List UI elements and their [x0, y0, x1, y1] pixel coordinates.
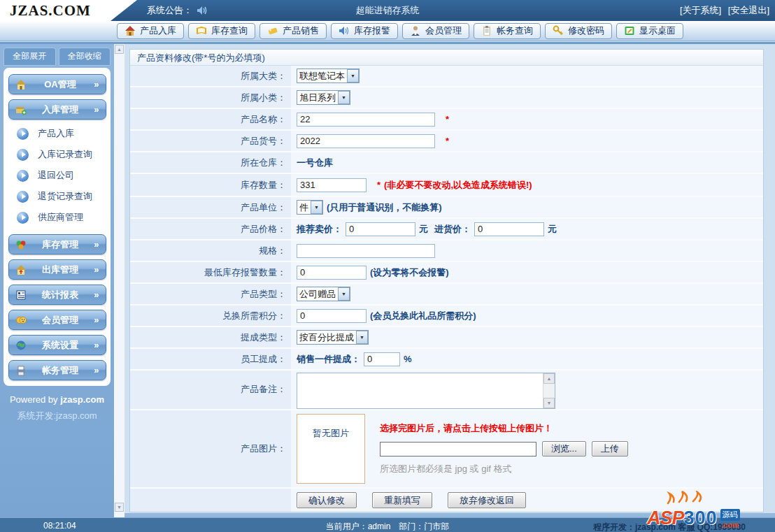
- key-icon: [553, 25, 564, 36]
- chevron-right-icon: »: [94, 340, 99, 350]
- toolbar-button-label: 会员管理: [425, 24, 462, 37]
- sidebar-group-label: 系统设置: [29, 339, 92, 352]
- book-icon: [196, 25, 207, 36]
- sidebar-group-reports[interactable]: 统计报表 »: [8, 285, 106, 305]
- warehouse-value: 一号仓库: [297, 157, 333, 169]
- scroll-down-arrow[interactable]: ▼: [115, 503, 124, 512]
- watermark-asp: ASP: [647, 508, 684, 529]
- stock-warning-note: (非必要不要改动,以免造成系统错误!): [384, 179, 532, 192]
- scroll-up-arrow[interactable]: ▲: [115, 45, 124, 54]
- upload-button[interactable]: 上传: [592, 441, 628, 456]
- commission-label: 员工提成：: [130, 349, 291, 369]
- stock-qty-input[interactable]: [297, 178, 367, 192]
- logout-link[interactable]: [安全退出]: [728, 5, 769, 15]
- product-type-label: 产品类型：: [130, 284, 291, 304]
- scroll-up-arrow[interactable]: ▲: [543, 373, 555, 384]
- toolbar-show-desktop-button[interactable]: 显示桌面: [616, 23, 683, 39]
- cancel-button[interactable]: 放弃修改返回: [448, 492, 526, 508]
- sidebar-group-members[interactable]: 会员管理 »: [8, 310, 106, 330]
- announcement-label: 系统公告：: [147, 4, 192, 17]
- commission-type-label: 提成类型：: [130, 327, 291, 347]
- sidebar-group-stock[interactable]: 库存管理 »: [8, 234, 106, 254]
- spec-label: 规格：: [130, 240, 291, 261]
- required-mark: *: [446, 136, 449, 146]
- toolbar-product-sale-button[interactable]: 产品销售: [259, 23, 327, 39]
- sidebar-item-return-records[interactable]: 退货记录查询: [3, 186, 111, 207]
- toolbar-button-label: 修改密码: [568, 24, 604, 37]
- subcategory-select[interactable]: 旭日系列: [297, 90, 350, 105]
- sidebar-group-oa[interactable]: OA管理 »: [8, 74, 106, 94]
- confirm-button[interactable]: 确认修改: [297, 492, 357, 508]
- sidebar-item-label: 产品入库: [38, 127, 74, 140]
- remark-label: 产品备注：: [130, 371, 291, 409]
- reset-button[interactable]: 重新填写: [372, 492, 432, 508]
- commission-input[interactable]: [364, 352, 400, 366]
- expand-all-button[interactable]: 全部展开: [3, 48, 56, 66]
- browse-button[interactable]: 浏览...: [542, 441, 586, 456]
- upload-note: 选择完图片后，请点击上传按钮上传图片！: [380, 422, 628, 435]
- play-icon: [17, 128, 29, 140]
- points-input[interactable]: [297, 309, 367, 323]
- product-type-select[interactable]: 公司赠品: [297, 287, 350, 301]
- sidebar-item-return-company[interactable]: 退回公司: [3, 165, 111, 186]
- sidebar-item-product-inbound[interactable]: 产品入库: [3, 123, 111, 144]
- sidebar-group-label: 会员管理: [29, 314, 92, 326]
- collapse-all-button[interactable]: 全部收缩: [59, 48, 111, 66]
- subcategory-label: 所属小类：: [130, 87, 291, 108]
- chevron-right-icon: »: [94, 239, 99, 250]
- sidebar-group-inbound[interactable]: 入库管理 »: [8, 99, 106, 120]
- outbound-icon: [15, 264, 27, 275]
- spec-input[interactable]: [297, 244, 435, 258]
- product-name-input[interactable]: [297, 113, 435, 127]
- toolbar-stock-query-button[interactable]: 库存查询: [188, 23, 255, 39]
- member-faces-icon: [15, 315, 27, 326]
- sidebar-group-accounts[interactable]: 帐务管理 »: [8, 360, 106, 380]
- tag-icon: [267, 25, 278, 36]
- sidebar-group-label: 库存管理: [29, 238, 92, 251]
- sidebar-group-outbound[interactable]: 出库管理 »: [8, 259, 106, 280]
- chevron-right-icon: »: [94, 264, 99, 275]
- alert-note: (设为零将不会报警): [370, 266, 449, 279]
- commission-type-select[interactable]: 按百分比提成: [297, 330, 369, 345]
- textarea-scrollbar[interactable]: ▲▼: [543, 373, 555, 408]
- product-sku-input[interactable]: [297, 134, 435, 148]
- toolbar-member-manage-button[interactable]: 会员管理: [402, 23, 469, 39]
- sidebar-item-supplier-manage[interactable]: 供应商管理: [3, 207, 111, 228]
- unit-select[interactable]: 件: [297, 200, 323, 215]
- buy-price-input[interactable]: [474, 222, 544, 236]
- oa-icon: [15, 79, 27, 90]
- remark-textarea[interactable]: [297, 373, 555, 409]
- toolbar-product-inbound-button[interactable]: 产品入库: [117, 23, 184, 39]
- header-bar: 系统公告： 超能进销存系统 [关于系统] [安全退出] JZAS.COM: [0, 0, 775, 21]
- buy-price-label: 进货价：: [434, 223, 471, 236]
- stock-icon: [15, 239, 27, 250]
- sidebar-group-label: OA管理: [29, 78, 92, 91]
- toolbar-stock-alert-button[interactable]: 库存报警: [331, 23, 398, 39]
- account-icon: [15, 365, 27, 376]
- dev-note: 系统开发:jzasp.com: [0, 410, 114, 422]
- toolbar-button-label: 库存报警: [354, 24, 390, 37]
- actions-spacer: [130, 489, 291, 512]
- scroll-down-arrow[interactable]: ▼: [543, 398, 555, 408]
- main-content: 产品资料修改(带*号的为必填项) 所属大类： 联想笔记本▼ 所属小类： 旭日系列…: [125, 44, 775, 517]
- category-select[interactable]: 联想笔记本: [297, 69, 360, 83]
- sidebar-item-inbound-records[interactable]: 入库记录查询: [3, 144, 111, 165]
- sidebar-group-settings[interactable]: 系统设置 »: [8, 335, 106, 355]
- asp300-watermark: ASP 300 源码 .com: [647, 491, 773, 531]
- powered-by: Powered by jzasp.com: [0, 394, 114, 405]
- chevron-right-icon: »: [94, 289, 99, 300]
- sidebar-panel: OA管理 » 入库管理 » 产品入库 入库记录查询 退回公司 退货记录查: [3, 68, 111, 386]
- required-mark: *: [377, 180, 381, 190]
- toolbar-account-query-button[interactable]: 帐务查询: [474, 23, 541, 39]
- sell-price-input[interactable]: [346, 222, 415, 236]
- toolbar-change-password-button[interactable]: 修改密码: [545, 23, 612, 39]
- house-icon: [125, 25, 136, 36]
- image-file-input[interactable]: [380, 442, 536, 456]
- play-icon: [17, 212, 29, 224]
- about-system-link[interactable]: [关于系统]: [680, 5, 721, 15]
- watermark-300: 300: [684, 508, 718, 529]
- play-icon: [17, 149, 29, 161]
- chevron-right-icon: »: [94, 315, 99, 325]
- alert-qty-input[interactable]: [297, 266, 367, 280]
- sidebar-scrollbar[interactable]: ▲ ▼: [114, 44, 125, 517]
